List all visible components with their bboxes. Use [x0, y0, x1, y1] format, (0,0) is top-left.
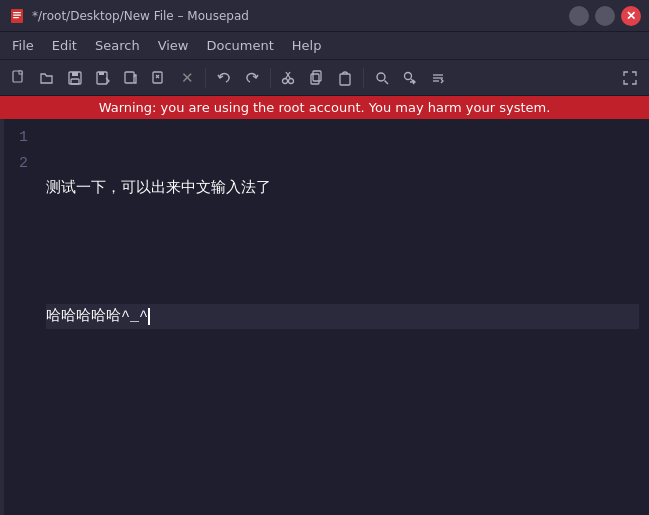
svg-point-18	[289, 78, 294, 83]
menu-view[interactable]: View	[150, 35, 197, 56]
warning-bar: Warning: you are using the root account.…	[0, 96, 649, 119]
toolbar-sep-1	[205, 68, 206, 88]
svg-rect-0	[11, 9, 23, 23]
svg-rect-3	[13, 17, 19, 18]
toolbar-sep-3	[363, 68, 364, 88]
paste-button[interactable]	[332, 65, 358, 91]
editor-line-1: 测试一下，可以出来中文输入法了	[46, 176, 639, 202]
close-file-button[interactable]	[146, 65, 172, 91]
svg-rect-2	[13, 14, 21, 15]
copy-button[interactable]	[304, 65, 330, 91]
svg-rect-8	[72, 72, 78, 76]
close-button[interactable]: ✕	[621, 6, 641, 26]
window-controls: ✕	[569, 6, 641, 26]
fullscreen-button[interactable]	[617, 65, 643, 91]
svg-rect-6	[19, 71, 22, 74]
titlebar-left: */root/Desktop/New File – Mousepad	[8, 7, 249, 25]
redo-button[interactable]	[239, 65, 265, 91]
titlebar: */root/Desktop/New File – Mousepad ✕	[0, 0, 649, 32]
svg-point-24	[405, 72, 412, 79]
svg-point-17	[283, 78, 288, 83]
new-button[interactable]	[6, 65, 32, 91]
line-number-1: 1	[12, 125, 28, 151]
svg-rect-20	[311, 74, 319, 84]
menu-search[interactable]: Search	[87, 35, 148, 56]
window-title: */root/Desktop/New File – Mousepad	[32, 9, 249, 23]
svg-line-23	[385, 80, 389, 84]
svg-rect-12	[125, 72, 134, 83]
menu-help[interactable]: Help	[284, 35, 330, 56]
svg-rect-11	[99, 72, 104, 75]
svg-rect-9	[71, 79, 79, 84]
editor-line-2: 哈哈哈哈哈^_^	[46, 304, 639, 330]
menu-edit[interactable]: Edit	[44, 35, 85, 56]
menu-file[interactable]: File	[4, 35, 42, 56]
revert-button[interactable]	[118, 65, 144, 91]
toolbar: ✕	[0, 60, 649, 96]
find-replace-button[interactable]	[397, 65, 423, 91]
find-button[interactable]	[369, 65, 395, 91]
app-icon	[8, 7, 26, 25]
line-numbers: 1 2	[4, 119, 36, 515]
svg-rect-14	[153, 72, 162, 83]
line-number-2: 2	[12, 151, 28, 177]
menubar: File Edit Search View Document Help	[0, 32, 649, 60]
close-x-button[interactable]: ✕	[174, 65, 200, 91]
svg-point-22	[377, 73, 385, 81]
svg-rect-21	[340, 74, 350, 85]
open-button[interactable]	[34, 65, 60, 91]
editor-container[interactable]: 1 2 测试一下，可以出来中文输入法了 哈哈哈哈哈^_^	[0, 119, 649, 515]
toolbar-sep-2	[270, 68, 271, 88]
goto-line-button[interactable]	[425, 65, 451, 91]
undo-button[interactable]	[211, 65, 237, 91]
maximize-button[interactable]	[595, 6, 615, 26]
save-as-button[interactable]	[90, 65, 116, 91]
svg-rect-1	[13, 12, 21, 13]
svg-rect-19	[313, 71, 321, 81]
cut-button[interactable]	[276, 65, 302, 91]
save-button[interactable]	[62, 65, 88, 91]
minimize-button[interactable]	[569, 6, 589, 26]
menu-document[interactable]: Document	[198, 35, 281, 56]
warning-text: Warning: you are using the root account.…	[99, 100, 551, 115]
editor-text[interactable]: 测试一下，可以出来中文输入法了 哈哈哈哈哈^_^	[36, 119, 649, 515]
